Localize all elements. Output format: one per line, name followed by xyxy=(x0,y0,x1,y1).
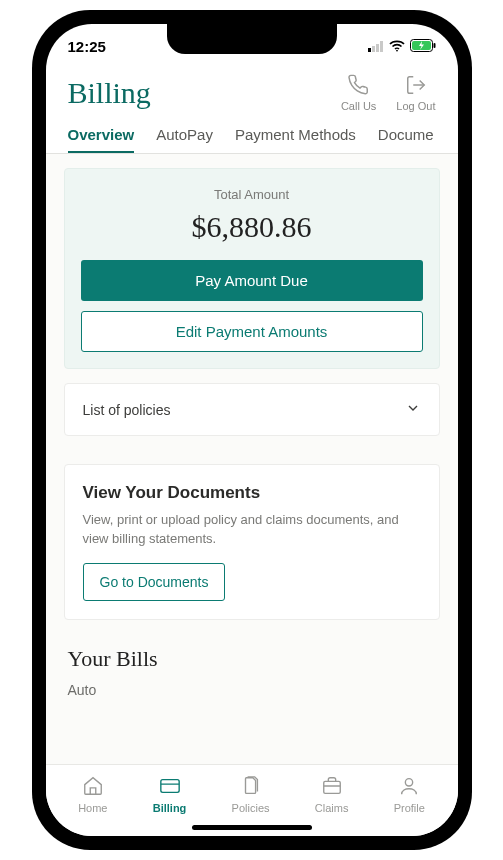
battery-charging-icon xyxy=(410,38,436,55)
go-to-documents-button[interactable]: Go to Documents xyxy=(83,563,226,601)
home-indicator xyxy=(192,825,312,830)
documents-title: View Your Documents xyxy=(83,483,421,503)
total-amount-label: Total Amount xyxy=(81,187,423,202)
your-bills-title: Your Bills xyxy=(68,646,436,672)
svg-rect-1 xyxy=(372,46,375,52)
logout-button[interactable]: Log Out xyxy=(396,74,435,112)
phone-icon xyxy=(348,74,370,98)
nav-profile-label: Profile xyxy=(394,802,425,814)
logout-icon xyxy=(405,74,427,98)
nav-home[interactable]: Home xyxy=(78,775,107,814)
documents-card: View Your Documents View, print or uploa… xyxy=(64,464,440,620)
profile-icon xyxy=(398,775,420,799)
page-header: Billing Call Us Log Out xyxy=(46,68,458,122)
chevron-down-icon xyxy=(405,400,421,419)
tab-autopay[interactable]: AutoPay xyxy=(156,122,213,153)
your-bills-sub: Auto xyxy=(68,682,436,698)
header-actions: Call Us Log Out xyxy=(341,74,436,112)
wifi-icon xyxy=(389,38,405,55)
tab-documents[interactable]: Docume xyxy=(378,122,434,153)
screen: 12:25 Billing xyxy=(46,24,458,836)
your-bills-section: Your Bills Auto xyxy=(64,646,440,698)
nav-billing[interactable]: Billing xyxy=(153,775,187,814)
nav-claims[interactable]: Claims xyxy=(315,775,349,814)
tabs: Overview AutoPay Payment Methods Docume xyxy=(46,122,458,154)
status-right xyxy=(368,38,436,55)
logout-label: Log Out xyxy=(396,100,435,112)
files-icon xyxy=(240,775,262,799)
nav-claims-label: Claims xyxy=(315,802,349,814)
content: Total Amount $6,880.86 Pay Amount Due Ed… xyxy=(46,154,458,764)
nav-policies[interactable]: Policies xyxy=(232,775,270,814)
svg-point-4 xyxy=(396,49,398,51)
total-amount-value: $6,880.86 xyxy=(81,210,423,244)
phone-frame: 12:25 Billing xyxy=(32,10,472,850)
svg-point-12 xyxy=(406,779,413,786)
list-of-policies-label: List of policies xyxy=(83,402,171,418)
documents-description: View, print or upload policy and claims … xyxy=(83,511,421,549)
nav-home-label: Home xyxy=(78,802,107,814)
phone-screen-bezel: 12:25 Billing xyxy=(46,24,458,836)
svg-rect-3 xyxy=(380,41,383,52)
nav-policies-label: Policies xyxy=(232,802,270,814)
svg-rect-6 xyxy=(433,43,435,48)
list-of-policies-row[interactable]: List of policies xyxy=(64,383,440,436)
pay-amount-due-button[interactable]: Pay Amount Due xyxy=(81,260,423,301)
credit-card-icon xyxy=(159,775,181,799)
edit-payment-amounts-button[interactable]: Edit Payment Amounts xyxy=(81,311,423,352)
signal-icon xyxy=(368,38,384,55)
status-time: 12:25 xyxy=(68,38,106,55)
svg-rect-8 xyxy=(160,780,178,793)
phone-notch xyxy=(167,24,337,54)
page-title: Billing xyxy=(68,76,151,110)
svg-rect-0 xyxy=(368,48,371,52)
call-us-button[interactable]: Call Us xyxy=(341,74,376,112)
svg-rect-2 xyxy=(376,44,379,52)
call-us-label: Call Us xyxy=(341,100,376,112)
briefcase-icon xyxy=(321,775,343,799)
tab-payment-methods[interactable]: Payment Methods xyxy=(235,122,356,153)
nav-profile[interactable]: Profile xyxy=(394,775,425,814)
nav-billing-label: Billing xyxy=(153,802,187,814)
svg-rect-10 xyxy=(323,781,340,793)
tab-overview[interactable]: Overview xyxy=(68,122,135,153)
home-icon xyxy=(82,775,104,799)
total-amount-card: Total Amount $6,880.86 Pay Amount Due Ed… xyxy=(64,168,440,369)
